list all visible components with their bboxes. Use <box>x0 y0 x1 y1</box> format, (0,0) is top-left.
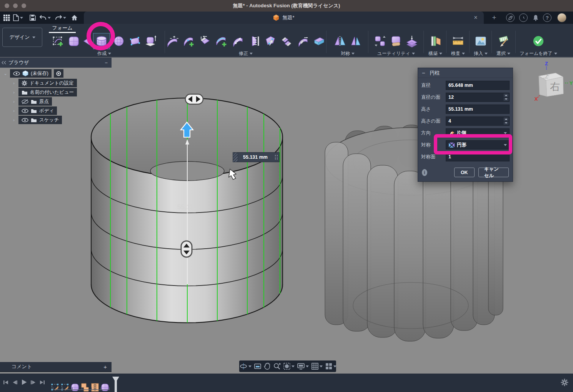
help-button[interactable]: ? <box>543 13 551 22</box>
dimension-input-box[interactable]: 55.131 mm <box>233 152 280 162</box>
viewports-button[interactable] <box>324 362 337 370</box>
browser-item-named-views[interactable]: › 名前の付いたビュー <box>12 88 77 96</box>
collapse-panel-icon[interactable] <box>2 61 6 65</box>
browser-item-origin[interactable]: › 原点 <box>12 97 52 106</box>
unweld-edges-button[interactable] <box>280 34 294 48</box>
slide-edge-button[interactable] <box>231 34 245 48</box>
save-button[interactable] <box>28 13 38 22</box>
timeline-step-back-button[interactable] <box>12 380 17 385</box>
edit-form-button[interactable] <box>165 34 179 48</box>
document-tab[interactable]: 無題* × <box>84 12 484 24</box>
display-settings-button[interactable] <box>296 363 310 370</box>
create-menu[interactable]: 作成 <box>45 50 163 57</box>
activate-radio-icon[interactable] <box>56 71 61 76</box>
diameter-faces-input[interactable]: 12 <box>446 93 510 102</box>
create-sketch-button[interactable] <box>51 34 65 48</box>
timeline-play-button[interactable] <box>21 379 27 385</box>
timeline-step-forward-button[interactable] <box>31 380 36 385</box>
construct-menu[interactable]: 構築 <box>425 50 446 57</box>
eye-icon[interactable] <box>22 109 28 113</box>
interpolate-button[interactable] <box>405 34 419 48</box>
close-tab-button[interactable]: × <box>471 13 480 22</box>
new-tab-button[interactable]: + <box>489 13 499 22</box>
dialog-collapse-button[interactable]: − <box>422 70 425 76</box>
pan-button[interactable] <box>263 362 272 370</box>
browser-item-sketches[interactable]: › スケッチ <box>12 116 62 124</box>
diameter-input[interactable]: 65.648 mm <box>446 81 510 90</box>
height-faces-input[interactable]: 4 <box>446 116 510 126</box>
browser-minimize-button[interactable]: − <box>105 60 108 66</box>
expand-caret-icon[interactable]: › <box>12 108 16 113</box>
insert-edge-button[interactable] <box>215 34 228 48</box>
insert-menu[interactable]: 挿入 <box>470 50 491 57</box>
info-icon[interactable]: i <box>422 169 427 176</box>
browser-item-bodies[interactable]: › ボディ <box>12 106 57 115</box>
extensions-button[interactable] <box>506 13 515 22</box>
ok-button[interactable]: OK <box>454 168 475 177</box>
eye-off-icon[interactable] <box>22 99 28 104</box>
thicken-button[interactable] <box>313 34 326 48</box>
settings-gear-button[interactable] <box>561 379 568 386</box>
finish-form-menu[interactable]: フォームを終了 <box>517 50 560 57</box>
construct-plane-button[interactable] <box>428 34 442 48</box>
browser-item-document-settings[interactable]: › ドキュメントの設定 <box>12 79 77 87</box>
browser-root-row[interactable]: ⌄ (未保存) <box>3 69 63 78</box>
expand-caret-icon[interactable]: › <box>12 90 16 95</box>
insert-point-button[interactable] <box>182 34 196 48</box>
fit-view-button[interactable] <box>282 362 295 370</box>
redo-button[interactable] <box>54 13 67 22</box>
create-plane-button[interactable] <box>128 34 142 48</box>
dimension-value[interactable]: 55.131 mm <box>238 154 273 160</box>
eye-icon[interactable] <box>13 71 20 76</box>
expand-caret-icon[interactable]: › <box>12 118 16 122</box>
circular-duplicate-button[interactable] <box>349 34 363 48</box>
bevel-edge-button[interactable] <box>296 34 310 48</box>
weld-vertices-button[interactable] <box>263 34 277 48</box>
expand-caret-icon[interactable]: › <box>12 99 16 104</box>
expand-caret-icon[interactable]: › <box>12 81 16 85</box>
notifications-button[interactable] <box>531 13 541 22</box>
symmetry-menu[interactable]: 対称 <box>328 50 368 57</box>
finish-form-button[interactable] <box>531 34 545 48</box>
spinner-up-button[interactable] <box>503 117 509 121</box>
avatar[interactable] <box>557 13 566 22</box>
expand-caret-icon[interactable]: ⌄ <box>3 71 8 76</box>
add-comment-button[interactable]: + <box>103 364 107 370</box>
timeline-go-end-button[interactable] <box>40 380 45 385</box>
zoom-button[interactable] <box>272 362 282 370</box>
look-at-button[interactable] <box>253 363 262 370</box>
home-view-button[interactable] <box>69 13 79 22</box>
utilities-menu[interactable]: ユーティリティ <box>369 50 423 57</box>
app-grid-button[interactable] <box>2 13 12 22</box>
insert-image-button[interactable] <box>474 34 488 48</box>
paint-select-button[interactable] <box>496 34 510 48</box>
create-box-button[interactable] <box>67 34 81 48</box>
height-faces-manipulator[interactable] <box>181 241 192 257</box>
height-input[interactable]: 55.131 mm <box>446 105 510 114</box>
grid-settings-button[interactable] <box>310 362 323 370</box>
drag-handle-icon[interactable] <box>233 153 238 162</box>
select-menu[interactable]: 選択 <box>492 50 515 57</box>
modify-menu[interactable]: 修正 <box>165 50 326 57</box>
cancel-button[interactable]: キャンセル <box>478 168 509 177</box>
convert-button[interactable] <box>373 34 387 48</box>
spinner-down-button[interactable] <box>503 98 509 101</box>
crease-button[interactable] <box>247 34 261 48</box>
undo-button[interactable] <box>38 13 52 22</box>
viewcube[interactable]: Z 上 右 Y X <box>533 60 573 101</box>
overflow-dots-icon[interactable] <box>273 155 278 159</box>
timeline-go-start-button[interactable] <box>3 380 8 385</box>
comments-bar[interactable]: コメント + <box>0 362 112 372</box>
timeline-position-marker[interactable] <box>112 377 120 392</box>
merge-edge-button[interactable] <box>198 34 212 48</box>
spinner-down-button[interactable] <box>503 121 509 125</box>
design-workspace-menu[interactable]: デザイン <box>2 28 42 47</box>
diameter-manipulator[interactable] <box>185 94 203 104</box>
form-context-tab[interactable]: フォーム <box>45 25 79 32</box>
orbit-button[interactable] <box>238 362 252 370</box>
create-extrude-button[interactable] <box>143 34 157 48</box>
job-status-button[interactable] <box>519 13 528 22</box>
mirror-duplicate-button[interactable] <box>333 34 347 48</box>
repair-body-button[interactable] <box>389 34 403 48</box>
spinner-up-button[interactable] <box>503 93 509 97</box>
